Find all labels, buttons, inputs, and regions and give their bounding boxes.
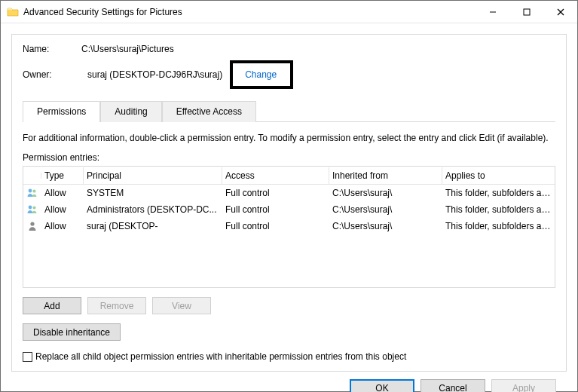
view-button-label: View xyxy=(172,301,191,311)
name-value: C:\Users\suraj\Pictures xyxy=(81,44,174,54)
name-row: Name: C:\Users\suraj\Pictures xyxy=(23,44,555,54)
remove-button-label: Remove xyxy=(100,301,134,311)
owner-value: suraj (DESKTOP-DCJ96RJ\suraj) xyxy=(87,69,222,80)
owner-row: Owner: suraj (DESKTOP-DCJ96RJ\suraj) Cha… xyxy=(23,60,555,89)
table-row[interactable]: Allow Administrators (DESKTOP-DC... Full… xyxy=(23,201,555,218)
content-area: Name: C:\Users\suraj\Pictures Owner: sur… xyxy=(1,23,577,392)
cell-applies: This folder, subfolders and files xyxy=(442,219,555,233)
tab-effective-access-label: Effective Access xyxy=(176,106,242,117)
titlebar: Advanced Security Settings for Pictures xyxy=(1,1,577,23)
cell-type: Allow xyxy=(41,186,84,200)
svg-point-4 xyxy=(29,189,32,193)
group-icon xyxy=(23,202,41,217)
folder-icon xyxy=(7,6,19,18)
table-header: Type Principal Access Inherited from App… xyxy=(23,167,555,185)
svg-point-5 xyxy=(33,190,36,193)
replace-children-row: Replace all child object permission entr… xyxy=(23,351,555,362)
add-button[interactable]: Add xyxy=(23,297,81,314)
owner-label: Owner: xyxy=(23,69,81,80)
tabs: Permissions Auditing Effective Access xyxy=(23,101,555,122)
disable-inheritance-button[interactable]: Disable inheritance xyxy=(23,323,121,341)
minimize-button[interactable] xyxy=(476,1,509,23)
cancel-button-label: Cancel xyxy=(439,383,466,393)
svg-line-3 xyxy=(558,9,564,15)
cell-access: Full control xyxy=(222,203,329,216)
col-inherited[interactable]: Inherited from xyxy=(329,167,442,184)
cell-principal: Administrators (DESKTOP-DC... xyxy=(84,203,222,216)
cell-type: Allow xyxy=(41,203,84,216)
svg-point-8 xyxy=(30,222,34,225)
cell-inherited: C:\Users\suraj\ xyxy=(329,203,442,216)
cell-access: Full control xyxy=(222,219,329,233)
cell-principal: suraj (DESKTOP- xyxy=(84,219,222,233)
apply-button[interactable]: Apply xyxy=(491,379,556,392)
tab-auditing-label: Auditing xyxy=(115,106,147,117)
svg-point-7 xyxy=(33,207,36,210)
cell-type: Allow xyxy=(41,219,84,233)
cell-access: Full control xyxy=(222,186,329,200)
cancel-button[interactable]: Cancel xyxy=(421,379,485,392)
maximize-button[interactable] xyxy=(509,1,543,23)
cell-inherited: C:\Users\suraj\ xyxy=(329,219,442,233)
cell-applies: This folder, subfolders and files xyxy=(442,186,555,200)
change-highlight: Change xyxy=(230,60,293,89)
add-button-label: Add xyxy=(44,301,60,311)
view-button[interactable]: View xyxy=(152,297,211,314)
table-row[interactable]: Allow suraj (DESKTOP- Full control C:\Us… xyxy=(23,218,555,234)
svg-rect-1 xyxy=(524,9,530,15)
disable-inheritance-label: Disable inheritance xyxy=(33,327,110,338)
ok-button-label: OK xyxy=(375,383,388,393)
disable-inheritance-row: Disable inheritance xyxy=(23,323,555,341)
col-principal[interactable]: Principal xyxy=(84,167,222,184)
change-owner-link[interactable]: Change xyxy=(245,69,277,80)
permission-entries-label: Permission entries: xyxy=(23,152,555,163)
info-text: For additional information, double-click… xyxy=(23,133,555,143)
tab-auditing[interactable]: Auditing xyxy=(100,101,161,122)
group-icon xyxy=(23,185,41,201)
cell-inherited: C:\Users\suraj\ xyxy=(329,186,442,200)
svg-point-6 xyxy=(29,206,32,210)
name-label: Name: xyxy=(23,44,81,54)
permission-table: Type Principal Access Inherited from App… xyxy=(23,166,555,288)
col-icon[interactable] xyxy=(23,173,41,179)
close-button[interactable] xyxy=(543,1,577,23)
remove-button[interactable]: Remove xyxy=(87,297,146,314)
replace-children-label: Replace all child object permission entr… xyxy=(35,351,406,362)
window-title: Advanced Security Settings for Pictures xyxy=(23,7,476,17)
window: Advanced Security Settings for Pictures … xyxy=(0,0,578,392)
col-access[interactable]: Access xyxy=(222,167,329,184)
user-icon xyxy=(23,219,41,234)
col-applies[interactable]: Applies to xyxy=(442,167,555,184)
dialog-footer: OK Cancel Apply xyxy=(11,372,567,392)
apply-button-label: Apply xyxy=(512,383,535,393)
tab-permissions-label: Permissions xyxy=(37,106,86,117)
cell-applies: This folder, subfolders and files xyxy=(442,203,555,216)
tab-effective-access[interactable]: Effective Access xyxy=(162,101,256,122)
col-type[interactable]: Type xyxy=(41,167,84,184)
ok-button[interactable]: OK xyxy=(350,379,414,392)
table-row[interactable]: Allow SYSTEM Full control C:\Users\suraj… xyxy=(23,185,555,201)
table-buttons: Add Remove View xyxy=(23,297,555,314)
tab-permissions[interactable]: Permissions xyxy=(23,101,100,122)
replace-children-checkbox[interactable] xyxy=(23,352,32,362)
cell-principal: SYSTEM xyxy=(84,186,222,200)
inner-panel: Name: C:\Users\suraj\Pictures Owner: sur… xyxy=(11,34,567,372)
svg-line-2 xyxy=(558,9,564,15)
